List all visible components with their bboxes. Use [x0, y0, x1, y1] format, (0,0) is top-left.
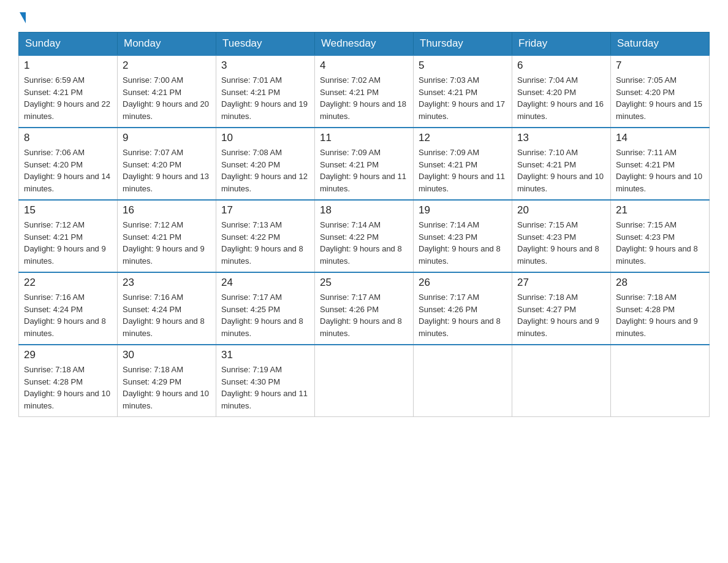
sunset-label: Sunset:: [616, 88, 643, 97]
sunrise-label: Sunrise:: [24, 365, 53, 374]
sunset-label: Sunset:: [24, 160, 51, 169]
sunrise-label: Sunrise:: [616, 220, 645, 229]
day-number: 17: [221, 204, 309, 216]
day-info: Sunrise: 7:15 AM Sunset: 4:23 PM Dayligh…: [616, 219, 704, 267]
sunset-label: Sunset:: [517, 88, 544, 97]
sunset-label: Sunset:: [320, 160, 347, 169]
sunset-label: Sunset:: [24, 305, 51, 314]
calendar-day-cell: [315, 345, 414, 417]
calendar-day-cell: 10 Sunrise: 7:08 AM Sunset: 4:20 PM Dayl…: [216, 128, 315, 200]
calendar-day-cell: 23 Sunrise: 7:16 AM Sunset: 4:24 PM Dayl…: [118, 272, 216, 345]
day-info: Sunrise: 7:06 AM Sunset: 4:20 PM Dayligh…: [24, 147, 112, 194]
sunset-label: Sunset:: [616, 305, 643, 314]
day-of-week-header: Wednesday: [315, 33, 414, 56]
day-number: 9: [123, 132, 211, 144]
daylight-label: Daylight:: [320, 244, 351, 253]
day-info: Sunrise: 7:09 AM Sunset: 4:21 PM Dayligh…: [320, 147, 408, 194]
calendar-day-cell: 4 Sunrise: 7:02 AM Sunset: 4:21 PM Dayli…: [315, 55, 414, 128]
calendar-day-cell: 25 Sunrise: 7:17 AM Sunset: 4:26 PM Dayl…: [315, 272, 414, 345]
sunrise-label: Sunrise:: [320, 75, 349, 85]
day-info: Sunrise: 7:18 AM Sunset: 4:28 PM Dayligh…: [24, 364, 112, 412]
sunset-label: Sunset:: [517, 232, 544, 242]
calendar-day-cell: 20 Sunrise: 7:15 AM Sunset: 4:23 PM Dayl…: [512, 200, 611, 272]
day-info: Sunrise: 6:59 AM Sunset: 4:21 PM Dayligh…: [24, 74, 112, 122]
day-number: 24: [221, 277, 309, 289]
daylight-label: Daylight:: [221, 244, 252, 253]
sunset-label: Sunset:: [123, 305, 150, 314]
daylight-label: Daylight:: [123, 316, 154, 326]
sunset-label: Sunset:: [24, 88, 51, 97]
day-number: 29: [24, 349, 112, 361]
sunset-label: Sunset:: [419, 160, 446, 169]
day-info: Sunrise: 7:15 AM Sunset: 4:23 PM Dayligh…: [517, 219, 605, 267]
daylight-label: Daylight:: [517, 99, 548, 109]
sunrise-label: Sunrise:: [419, 148, 448, 157]
calendar-day-cell: 11 Sunrise: 7:09 AM Sunset: 4:21 PM Dayl…: [315, 128, 414, 200]
sunset-label: Sunset:: [123, 160, 150, 169]
day-info: Sunrise: 7:13 AM Sunset: 4:22 PM Dayligh…: [221, 219, 309, 267]
sunrise-label: Sunrise:: [419, 220, 448, 229]
sunrise-label: Sunrise:: [616, 293, 645, 302]
daylight-label: Daylight:: [517, 244, 548, 253]
day-number: 12: [419, 132, 507, 144]
day-number: 16: [123, 204, 211, 216]
sunrise-label: Sunrise:: [517, 75, 547, 85]
day-info: Sunrise: 7:00 AM Sunset: 4:21 PM Dayligh…: [123, 74, 211, 122]
day-info: Sunrise: 7:14 AM Sunset: 4:23 PM Dayligh…: [419, 219, 507, 267]
sunset-label: Sunset:: [517, 305, 544, 314]
day-number: 23: [123, 277, 211, 289]
day-info: Sunrise: 7:16 AM Sunset: 4:24 PM Dayligh…: [24, 291, 112, 339]
sunrise-label: Sunrise:: [123, 148, 152, 157]
sunrise-label: Sunrise:: [221, 220, 251, 229]
daylight-label: Daylight:: [221, 99, 252, 109]
day-info: Sunrise: 7:17 AM Sunset: 4:26 PM Dayligh…: [419, 291, 507, 339]
day-number: 4: [320, 59, 408, 72]
calendar-day-cell: 9 Sunrise: 7:07 AM Sunset: 4:20 PM Dayli…: [118, 128, 216, 200]
day-number: 21: [616, 204, 704, 216]
day-info: Sunrise: 7:19 AM Sunset: 4:30 PM Dayligh…: [221, 364, 309, 412]
calendar-day-cell: 26 Sunrise: 7:17 AM Sunset: 4:26 PM Dayl…: [414, 272, 512, 345]
daylight-label: Daylight:: [24, 172, 55, 181]
day-info: Sunrise: 7:07 AM Sunset: 4:20 PM Dayligh…: [123, 147, 211, 194]
logo-triangle-icon: [20, 12, 26, 23]
daylight-label: Daylight:: [517, 172, 548, 181]
daylight-label: Daylight:: [320, 316, 351, 326]
day-info: Sunrise: 7:12 AM Sunset: 4:21 PM Dayligh…: [24, 219, 112, 267]
calendar-day-cell: 29 Sunrise: 7:18 AM Sunset: 4:28 PM Dayl…: [19, 345, 118, 417]
calendar-day-cell: 31 Sunrise: 7:19 AM Sunset: 4:30 PM Dayl…: [216, 345, 315, 417]
day-number: 10: [221, 132, 309, 144]
calendar-day-cell: 13 Sunrise: 7:10 AM Sunset: 4:21 PM Dayl…: [512, 128, 611, 200]
daylight-label: Daylight:: [616, 99, 647, 109]
sunset-label: Sunset:: [419, 232, 446, 242]
day-info: Sunrise: 7:11 AM Sunset: 4:21 PM Dayligh…: [616, 147, 704, 194]
sunset-label: Sunset:: [123, 377, 150, 386]
day-info: Sunrise: 7:14 AM Sunset: 4:22 PM Dayligh…: [320, 219, 408, 267]
day-number: 14: [616, 132, 704, 144]
sunrise-label: Sunrise:: [123, 365, 152, 374]
sunrise-label: Sunrise:: [221, 75, 251, 85]
calendar-week-row: 1 Sunrise: 6:59 AM Sunset: 4:21 PM Dayli…: [19, 55, 710, 128]
sunset-label: Sunset:: [221, 160, 248, 169]
calendar-day-cell: [611, 345, 710, 417]
sunset-label: Sunset:: [221, 232, 248, 242]
daylight-label: Daylight:: [320, 172, 351, 181]
calendar-day-cell: 17 Sunrise: 7:13 AM Sunset: 4:22 PM Dayl…: [216, 200, 315, 272]
day-info: Sunrise: 7:12 AM Sunset: 4:21 PM Dayligh…: [123, 219, 211, 267]
calendar-week-row: 15 Sunrise: 7:12 AM Sunset: 4:21 PM Dayl…: [19, 200, 710, 272]
calendar-table: SundayMondayTuesdayWednesdayThursdayFrid…: [18, 32, 710, 417]
day-number: 30: [123, 349, 211, 361]
calendar-day-cell: 15 Sunrise: 7:12 AM Sunset: 4:21 PM Dayl…: [19, 200, 118, 272]
daylight-label: Daylight:: [616, 316, 647, 326]
calendar-day-cell: 5 Sunrise: 7:03 AM Sunset: 4:21 PM Dayli…: [414, 55, 512, 128]
calendar-day-cell: 12 Sunrise: 7:09 AM Sunset: 4:21 PM Dayl…: [414, 128, 512, 200]
sunset-label: Sunset:: [320, 305, 347, 314]
day-info: Sunrise: 7:18 AM Sunset: 4:28 PM Dayligh…: [616, 291, 704, 339]
day-info: Sunrise: 7:16 AM Sunset: 4:24 PM Dayligh…: [123, 291, 211, 339]
header: [18, 12, 710, 22]
sunrise-label: Sunrise:: [221, 293, 251, 302]
day-info: Sunrise: 7:17 AM Sunset: 4:26 PM Dayligh…: [320, 291, 408, 339]
daylight-label: Daylight:: [616, 244, 647, 253]
calendar-day-cell: 27 Sunrise: 7:18 AM Sunset: 4:27 PM Dayl…: [512, 272, 611, 345]
daylight-label: Daylight:: [221, 172, 252, 181]
calendar-day-cell: 7 Sunrise: 7:05 AM Sunset: 4:20 PM Dayli…: [611, 55, 710, 128]
